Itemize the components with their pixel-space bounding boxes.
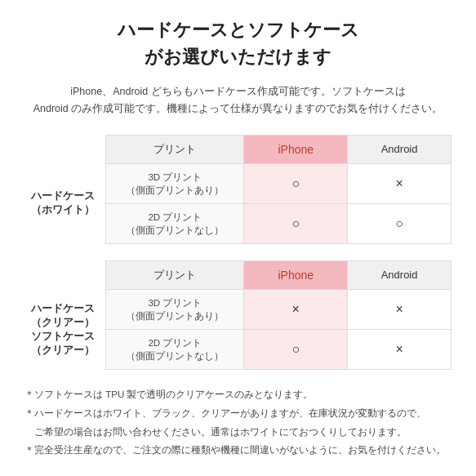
col-header-print: プリント [106, 135, 244, 163]
table-hard-clear: プリント iPhone Android ハードケース （クリアー） ソフトケース… [24, 260, 452, 370]
value-2d-iphone-2: ○ [244, 330, 348, 370]
sub-label-2d-1: 2D プリント （側面プリントなし） [106, 203, 244, 243]
description-text: iPhone、Android どちらもハードケース作成可能です。ソフトケースは … [24, 83, 452, 118]
note-3: ＊完全受注生産なので、ご注文の際に種類や機種に間違いがないように、お気を付けくだ… [24, 442, 452, 459]
table-row: ハードケース （クリアー） ソフトケース （クリアー） 3D プリント （側面プ… [24, 289, 452, 329]
value-2d-android-2: × [348, 330, 452, 370]
notes-section: ＊ソフトケースは TPU 製で透明のクリアケースのみとなります。 ＊ハードケース… [24, 386, 452, 459]
row-label-hard-clear: ハードケース （クリアー） ソフトケース （クリアー） [24, 289, 106, 369]
sub-label-3d-2: 3D プリント （側面プリントあり） [106, 289, 244, 329]
col-header-iphone-1: iPhone [244, 135, 348, 163]
sub-label-3d-1: 3D プリント （側面プリントあり） [106, 163, 244, 203]
col-header-android-1: Android [348, 135, 452, 163]
col-header-print-2: プリント [106, 260, 244, 289]
note-1: ＊ソフトケースは TPU 製で透明のクリアケースのみとなります。 [24, 386, 452, 403]
value-3d-android-1: × [348, 163, 452, 203]
page-title: ハードケースとソフトケース がお選びいただけます [24, 16, 452, 70]
value-2d-iphone-1: ○ [244, 203, 348, 243]
sub-label-2d-2: 2D プリント （側面プリントなし） [106, 330, 244, 370]
note-2: ＊ハードケースはホワイト、ブラック、クリアーがありますが、在庫状況が変動するので… [24, 405, 452, 422]
col-header-iphone-2: iPhone [244, 260, 348, 289]
value-3d-iphone-1: ○ [244, 163, 348, 203]
table-hard-white: プリント iPhone Android ハードケース （ホワイト） 3D プリン… [24, 135, 452, 244]
row-label-hard-white: ハードケース （ホワイト） [24, 163, 106, 243]
col-header-android-2: Android [348, 260, 452, 289]
value-3d-android-2: × [348, 289, 452, 329]
note-2b: ご希望の場合はお問い合わせください。通常はホワイトにておつくりしております。 [24, 424, 452, 441]
value-3d-iphone-2: × [244, 289, 348, 329]
value-2d-android-1: ○ [348, 203, 452, 243]
table-row: ハードケース （ホワイト） 3D プリント （側面プリントあり） ○ × [24, 163, 452, 203]
